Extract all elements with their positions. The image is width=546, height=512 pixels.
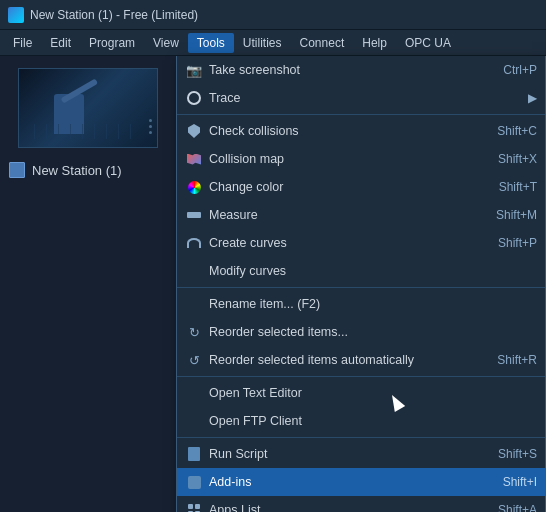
menu-item-run-script[interactable]: Run Script Shift+S (177, 440, 545, 468)
puzzle-icon (183, 472, 205, 492)
tools-menu[interactable]: 📷 Take screenshot Ctrl+P Trace ▶ Check c (176, 56, 546, 512)
item-label: Reorder selected items automatically (209, 353, 489, 367)
sidebar: New Station (1) (0, 56, 176, 512)
blank-icon (183, 411, 205, 431)
blank-icon (183, 383, 205, 403)
menu-item-screenshot[interactable]: 📷 Take screenshot Ctrl+P (177, 56, 545, 84)
menu-program[interactable]: Program (80, 33, 144, 53)
item-shortcut: Shift+A (498, 503, 537, 512)
item-shortcut: Shift+X (498, 152, 537, 166)
sidebar-item-label: New Station (1) (32, 163, 122, 178)
menu-item-change-color[interactable]: Change color Shift+T (177, 173, 545, 201)
separator-3 (177, 376, 545, 377)
item-label: Collision map (209, 152, 490, 166)
blank-icon (183, 261, 205, 281)
item-label: Check collisions (209, 124, 489, 138)
menu-edit[interactable]: Edit (41, 33, 80, 53)
item-label: Add-ins (209, 475, 495, 489)
curve-icon (183, 233, 205, 253)
refresh-icon: ↻ (183, 322, 205, 342)
item-label: Rename item... (F2) (209, 297, 537, 311)
main-area: New Station (1) 📷 Take screenshot Ctrl+P… (0, 56, 546, 512)
separator-2 (177, 287, 545, 288)
menu-item-trace[interactable]: Trace ▶ (177, 84, 545, 112)
camera-icon: 📷 (183, 60, 205, 80)
item-shortcut: Shift+C (497, 124, 537, 138)
menu-item-reorder-auto[interactable]: ↺ Reorder selected items automatically S… (177, 346, 545, 374)
menu-item-collision-map[interactable]: Collision map Shift+X (177, 145, 545, 173)
menu-opcua[interactable]: OPC UA (396, 33, 460, 53)
item-label: Open Text Editor (209, 386, 537, 400)
menu-item-check-collisions[interactable]: Check collisions Shift+C (177, 117, 545, 145)
menu-item-text-editor[interactable]: Open Text Editor (177, 379, 545, 407)
item-label: Trace (209, 91, 520, 105)
menu-item-apps-list[interactable]: Apps List Shift+A (177, 496, 545, 512)
ruler-icon (183, 205, 205, 225)
menu-item-create-curves[interactable]: Create curves Shift+P (177, 229, 545, 257)
title-bar: New Station (1) - Free (Limited) (0, 0, 546, 30)
separator-1 (177, 114, 545, 115)
item-label: Reorder selected items... (209, 325, 537, 339)
item-label: Modify curves (209, 264, 537, 278)
apps-icon (183, 500, 205, 512)
menu-item-add-ins[interactable]: Add-ins Shift+I (177, 468, 545, 496)
menu-file[interactable]: File (4, 33, 41, 53)
sidebar-item-new-station[interactable]: New Station (1) (0, 156, 176, 184)
item-shortcut: Ctrl+P (503, 63, 537, 77)
menu-item-measure[interactable]: Measure Shift+M (177, 201, 545, 229)
item-label: Open FTP Client (209, 414, 537, 428)
menu-item-reorder-selected[interactable]: ↻ Reorder selected items... (177, 318, 545, 346)
menu-tools[interactable]: Tools (188, 33, 234, 53)
map-icon (183, 149, 205, 169)
item-shortcut: ▶ (528, 91, 537, 105)
item-label: Run Script (209, 447, 490, 461)
app-icon (8, 7, 24, 23)
viewport-thumbnail (18, 68, 158, 148)
station-icon (8, 161, 26, 179)
menu-connect[interactable]: Connect (291, 33, 354, 53)
refresh-auto-icon: ↺ (183, 350, 205, 370)
item-shortcut: Shift+R (497, 353, 537, 367)
menu-bar: File Edit Program View Tools Utilities C… (0, 30, 546, 56)
item-label: Create curves (209, 236, 490, 250)
blank-icon (183, 294, 205, 314)
item-shortcut: Shift+S (498, 447, 537, 461)
item-label: Take screenshot (209, 63, 495, 77)
item-shortcut: Shift+T (499, 180, 537, 194)
menu-utilities[interactable]: Utilities (234, 33, 291, 53)
item-label: Change color (209, 180, 491, 194)
separator-4 (177, 437, 545, 438)
window-title: New Station (1) - Free (Limited) (30, 8, 198, 22)
menu-view[interactable]: View (144, 33, 188, 53)
color-icon (183, 177, 205, 197)
item-label: Measure (209, 208, 488, 222)
shield-icon (183, 121, 205, 141)
item-shortcut: Shift+I (503, 475, 537, 489)
item-label: Apps List (209, 503, 490, 512)
script-icon (183, 444, 205, 464)
trace-icon (183, 88, 205, 108)
menu-item-modify-curves[interactable]: Modify curves (177, 257, 545, 285)
item-shortcut: Shift+P (498, 236, 537, 250)
menu-item-ftp-client[interactable]: Open FTP Client (177, 407, 545, 435)
item-shortcut: Shift+M (496, 208, 537, 222)
menu-help[interactable]: Help (353, 33, 396, 53)
menu-item-rename[interactable]: Rename item... (F2) (177, 290, 545, 318)
